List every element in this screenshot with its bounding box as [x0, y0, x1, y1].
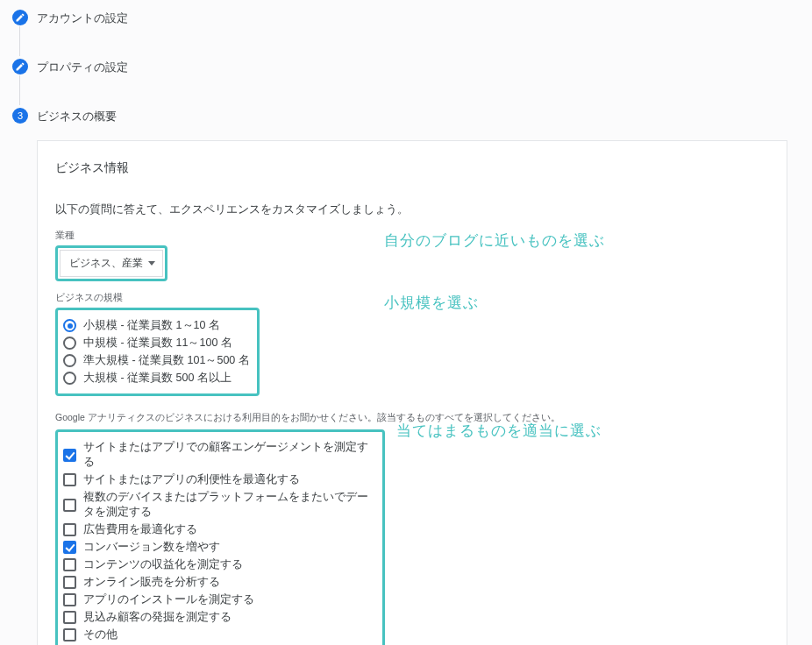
checkbox-icon	[63, 523, 76, 536]
checkbox-icon	[63, 541, 76, 554]
size-option-medium[interactable]: 中規模 - 従業員数 11～100 名	[63, 336, 250, 351]
size-option-large[interactable]: 準大規模 - 従業員数 101～500 名	[63, 353, 250, 368]
size-highlight: 小規模 - 従業員数 1～10 名 中規模 - 従業員数 11～100 名 準大…	[55, 308, 260, 396]
business-panel: ビジネス情報 以下の質問に答えて、エクスペリエンスをカスタマイズしましょう。 業…	[37, 140, 787, 645]
goal-option-adcost[interactable]: 広告費用を最適化する	[63, 522, 375, 537]
checkbox-icon	[63, 558, 76, 571]
goal-label: 複数のデバイスまたはプラットフォームをまたいでデータを測定する	[83, 490, 375, 520]
checkbox-icon	[63, 576, 76, 589]
annotation-industry: 自分のブログに近いものを選ぶ	[384, 230, 605, 251]
goal-label: コンテンツの収益化を測定する	[83, 557, 243, 572]
goal-option-engagement[interactable]: サイトまたはアプリでの顧客エンゲージメントを測定する	[63, 440, 375, 470]
step-business: 3 ビジネスの概要 ビジネス情報 以下の質問に答えて、エクスペリエンスをカスタマ…	[12, 105, 812, 645]
annotation-goals: 当てはまるものを適当に選ぶ	[396, 421, 602, 441]
checkbox-icon	[63, 611, 76, 624]
panel-title: ビジネス情報	[55, 160, 769, 176]
goal-option-installs[interactable]: アプリのインストールを測定する	[63, 592, 375, 607]
goal-label: サイトまたはアプリでの顧客エンゲージメントを測定する	[83, 440, 375, 470]
checkbox-icon	[63, 449, 76, 462]
step-property[interactable]: プロパティの設定	[12, 56, 812, 105]
checkbox-icon	[63, 628, 76, 641]
goal-option-leads[interactable]: 見込み顧客の発掘を測定する	[63, 610, 375, 625]
goal-option-sales[interactable]: オンライン販売を分析する	[63, 575, 375, 590]
radio-icon	[63, 337, 76, 350]
checkbox-icon	[63, 593, 76, 606]
radio-icon	[63, 354, 76, 367]
panel-description: 以下の質問に答えて、エクスペリエンスをカスタマイズしましょう。	[55, 202, 769, 217]
size-option-xlarge[interactable]: 大規模 - 従業員数 500 名以上	[63, 371, 250, 386]
radio-icon	[63, 319, 76, 332]
goal-label: オンライン販売を分析する	[83, 575, 220, 590]
annotation-size: 小規模を選ぶ	[384, 293, 479, 313]
size-option-label: 小規模 - 従業員数 1～10 名	[83, 318, 220, 333]
size-option-label: 大規模 - 従業員数 500 名以上	[83, 371, 231, 386]
size-option-label: 中規模 - 従業員数 11～100 名	[83, 336, 232, 351]
step-title: プロパティの設定	[37, 56, 812, 75]
industry-selected: ビジネス、産業	[69, 256, 143, 271]
goal-label: アプリのインストールを測定する	[83, 592, 254, 607]
goal-label: コンバージョン数を増やす	[83, 540, 220, 555]
step-account[interactable]: アカウントの設定	[12, 7, 812, 56]
goal-label: 見込み顧客の発掘を測定する	[83, 610, 231, 625]
checkbox-icon	[63, 499, 76, 512]
goal-option-conversion[interactable]: コンバージョン数を増やす	[63, 540, 375, 555]
goal-label: 広告費用を最適化する	[83, 522, 197, 537]
goal-option-monetize[interactable]: コンテンツの収益化を測定する	[63, 557, 375, 572]
step-title: ビジネスの概要	[37, 105, 812, 124]
industry-highlight: ビジネス、産業	[55, 245, 167, 281]
radio-icon	[63, 372, 76, 385]
step-title: アカウントの設定	[37, 7, 812, 26]
checkbox-icon	[63, 473, 76, 486]
goal-option-crossdevice[interactable]: 複数のデバイスまたはプラットフォームをまたいでデータを測定する	[63, 490, 375, 520]
step-number-icon: 3	[12, 108, 28, 124]
goal-label: その他	[83, 627, 118, 642]
pencil-icon	[12, 59, 28, 74]
goals-checkbox-group: サイトまたはアプリでの顧客エンゲージメントを測定する サイトまたはアプリの利便性…	[58, 432, 382, 645]
goal-option-usability[interactable]: サイトまたはアプリの利便性を最適化する	[63, 472, 375, 487]
industry-dropdown[interactable]: ビジネス、産業	[60, 250, 163, 277]
goal-label: サイトまたはアプリの利便性を最適化する	[83, 472, 300, 487]
goal-option-other[interactable]: その他	[63, 627, 375, 642]
size-option-small[interactable]: 小規模 - 従業員数 1～10 名	[63, 318, 250, 333]
size-radio-group: 小規模 - 従業員数 1～10 名 中規模 - 従業員数 11～100 名 準大…	[58, 310, 257, 393]
chevron-down-icon	[148, 261, 155, 266]
goals-highlight: サイトまたはアプリでの顧客エンゲージメントを測定する サイトまたはアプリの利便性…	[55, 429, 385, 645]
pencil-icon	[12, 10, 28, 25]
stepper: アカウントの設定 プロパティの設定 3 ビジネスの概要 ビジネス情報 以下の質問…	[0, 0, 812, 645]
size-option-label: 準大規模 - 従業員数 101～500 名	[83, 353, 250, 368]
